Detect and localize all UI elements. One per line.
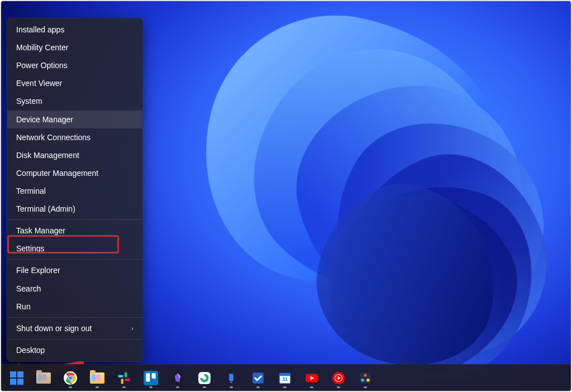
svg-point-25 bbox=[366, 379, 369, 381]
phone-link-icon[interactable] bbox=[220, 367, 242, 389]
menu-item-search[interactable]: Search bbox=[7, 279, 142, 297]
svg-rect-17 bbox=[279, 373, 290, 376]
menu-item-label: Installed apps bbox=[16, 25, 64, 34]
svg-rect-15 bbox=[252, 372, 264, 384]
menu-separator bbox=[7, 317, 142, 318]
taskbar: 31 bbox=[1, 364, 571, 391]
menu-item-label: Computer Management bbox=[16, 169, 98, 178]
running-indicator bbox=[310, 386, 313, 388]
menu-item-file-explorer[interactable]: File Explorer bbox=[7, 261, 142, 279]
menu-item-label: Desktop bbox=[16, 346, 45, 355]
trello-icon[interactable] bbox=[140, 367, 162, 389]
menu-item-installed-apps[interactable]: Installed apps bbox=[7, 21, 142, 39]
files-folder-icon[interactable] bbox=[86, 367, 108, 389]
running-indicator bbox=[364, 386, 367, 388]
menu-item-network-connections[interactable]: Network Connections bbox=[7, 128, 142, 146]
menu-item-event-viewer[interactable]: Event Viewer bbox=[7, 74, 142, 92]
menu-item-run[interactable]: Run bbox=[7, 298, 142, 315]
running-indicator bbox=[230, 386, 233, 388]
running-indicator bbox=[203, 386, 206, 388]
svg-rect-8 bbox=[146, 373, 150, 381]
file-explorer-icon[interactable] bbox=[32, 367, 55, 389]
menu-item-label: Network Connections bbox=[16, 133, 90, 142]
menu-item-task-manager[interactable]: Task Manager bbox=[7, 222, 142, 240]
google-calendar-icon[interactable]: 31 bbox=[274, 367, 296, 389]
running-indicator bbox=[176, 386, 179, 388]
menu-item-label: Disk Management bbox=[16, 151, 79, 160]
youtube-music-icon[interactable] bbox=[327, 367, 350, 389]
menu-item-label: Mobility Center bbox=[16, 43, 68, 52]
svg-rect-9 bbox=[152, 373, 156, 379]
todo-icon[interactable] bbox=[247, 367, 269, 389]
menu-separator bbox=[7, 259, 142, 260]
menu-item-label: Terminal (Admin) bbox=[16, 204, 75, 213]
menu-item-mobility-center[interactable]: Mobility Center bbox=[7, 39, 142, 56]
svg-point-14 bbox=[231, 381, 232, 383]
menu-item-label: Task Manager bbox=[16, 226, 65, 235]
green-pwa-icon[interactable] bbox=[193, 367, 216, 389]
menu-separator bbox=[7, 219, 142, 220]
menu-item-terminal-admin[interactable]: Terminal (Admin) bbox=[7, 200, 142, 218]
winx-context-menu: Installed appsMobility CenterPower Optio… bbox=[7, 18, 143, 362]
menu-item-shut-down-or-sign-out[interactable]: Shut down or sign out› bbox=[7, 319, 142, 337]
menu-item-disk-management[interactable]: Disk Management bbox=[7, 146, 142, 164]
menu-item-label: Terminal bbox=[16, 187, 46, 195]
running-indicator bbox=[283, 386, 287, 388]
menu-item-label: Settings bbox=[16, 244, 45, 253]
menu-item-desktop[interactable]: Desktop bbox=[7, 341, 142, 359]
running-indicator bbox=[96, 386, 99, 388]
menu-item-device-manager[interactable]: Device Manager bbox=[7, 111, 142, 128]
menu-item-settings[interactable]: Settings bbox=[7, 240, 142, 257]
running-indicator bbox=[256, 386, 260, 388]
running-indicator bbox=[149, 386, 152, 388]
menu-item-system[interactable]: System bbox=[7, 92, 142, 110]
calendar-date-label: 31 bbox=[282, 376, 288, 382]
svg-rect-6 bbox=[125, 379, 130, 381]
davinci-resolve-icon[interactable] bbox=[354, 367, 376, 389]
menu-item-label: Search bbox=[16, 284, 41, 293]
menu-item-label: Event Viewer bbox=[16, 79, 62, 88]
svg-rect-4 bbox=[118, 375, 123, 377]
running-indicator bbox=[122, 386, 126, 388]
youtube-icon[interactable] bbox=[301, 367, 323, 389]
menu-item-label: System bbox=[16, 97, 42, 106]
svg-rect-3 bbox=[125, 372, 127, 377]
menu-item-label: Device Manager bbox=[16, 115, 73, 124]
running-indicator bbox=[337, 386, 340, 388]
svg-rect-7 bbox=[144, 371, 158, 385]
menu-item-label: Shut down or sign out bbox=[16, 324, 92, 333]
menu-item-terminal[interactable]: Terminal bbox=[7, 182, 142, 200]
menu-item-computer-management[interactable]: Computer Management bbox=[7, 164, 142, 182]
svg-point-2 bbox=[69, 376, 72, 380]
svg-point-23 bbox=[364, 374, 366, 376]
obsidian-icon[interactable] bbox=[166, 367, 189, 389]
svg-point-24 bbox=[361, 379, 364, 381]
menu-item-label: Run bbox=[16, 302, 31, 311]
desktop[interactable]: Installed appsMobility CenterPower Optio… bbox=[1, 1, 571, 391]
menu-separator bbox=[7, 339, 142, 340]
running-indicator bbox=[69, 386, 72, 388]
start-button[interactable] bbox=[6, 367, 28, 389]
menu-item-power-options[interactable]: Power Options bbox=[7, 56, 142, 74]
slack-icon[interactable] bbox=[113, 367, 135, 389]
chevron-right-icon: › bbox=[131, 325, 134, 332]
menu-item-label: Power Options bbox=[16, 61, 68, 70]
menu-item-label: File Explorer bbox=[16, 266, 60, 275]
svg-rect-13 bbox=[229, 374, 233, 381]
chrome-icon[interactable] bbox=[59, 367, 82, 389]
svg-rect-5 bbox=[121, 379, 123, 384]
